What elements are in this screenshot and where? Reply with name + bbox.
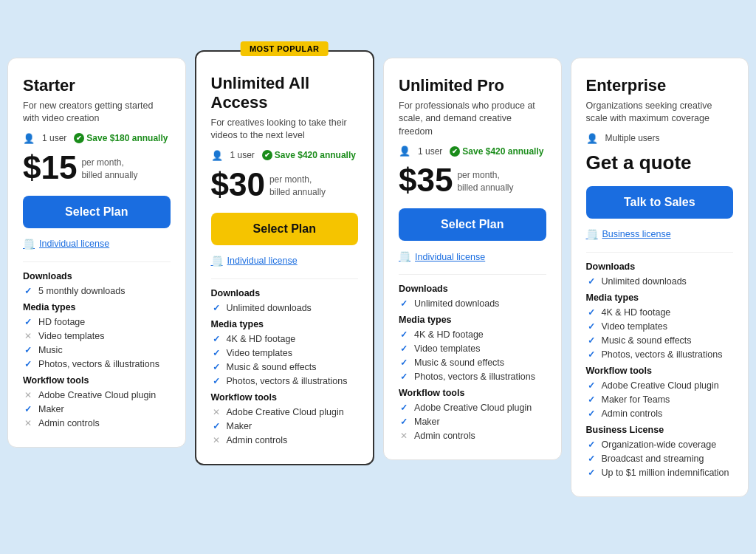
feature-item: ✓Unlimited downloads — [399, 298, 546, 309]
feature-label: Photos, vectors & illustrations — [227, 376, 348, 386]
feature-item: ✓Broadcast and streaming — [586, 454, 734, 464]
check-icon: ✓ — [211, 376, 221, 386]
feature-section-title: Media types — [586, 293, 734, 303]
license-icon: 🗒️ — [399, 251, 410, 262]
check-icon: ✓ — [211, 362, 221, 372]
feature-label: Unlimited downloads — [227, 303, 312, 313]
check-icon: ✓ — [586, 394, 597, 405]
select-plan-button[interactable]: Select Plan — [211, 213, 359, 245]
feature-section-title: Downloads — [399, 284, 546, 294]
check-icon: ✓ — [211, 334, 221, 344]
price-row: $30per month,billed annually — [211, 168, 359, 201]
license-icon: 🗒️ — [211, 256, 223, 267]
check-icon: ✓ — [586, 307, 597, 318]
plan-name: Unlimited Pro — [399, 76, 546, 95]
feature-label: 4K & HD footage — [414, 329, 484, 340]
user-icon: 👤 — [399, 146, 410, 157]
feature-section-title: Workflow tools — [23, 375, 171, 386]
feature-item: ✓4K & HD footage — [586, 307, 734, 318]
check-icon: ✓ — [23, 286, 33, 296]
license-link[interactable]: 🗒️Business license — [586, 229, 734, 240]
check-icon: ✓ — [399, 358, 409, 368]
user-count: Multiple users — [605, 133, 660, 143]
price-row: $15per month,billed annually — [23, 151, 171, 184]
divider — [23, 261, 171, 262]
feature-label: Broadcast and streaming — [602, 454, 704, 464]
feature-label: Unlimited downloads — [602, 276, 687, 287]
feature-label: Maker for Teams — [602, 394, 670, 405]
feature-label: Admin controls — [414, 431, 475, 441]
most-popular-badge: MOST POPULAR — [241, 41, 329, 56]
check-icon: ✓ — [399, 417, 409, 427]
plan-meta: 👤1 userSave $180 annually — [23, 133, 171, 144]
check-icon: ✓ — [23, 345, 33, 355]
plan-name: Starter — [23, 76, 171, 95]
plan-card-starter: StarterFor new creators getting started … — [7, 58, 186, 448]
feature-label: Video templates — [227, 348, 292, 358]
feature-label: 5 monthly downloads — [38, 286, 125, 296]
check-icon: ✓ — [586, 380, 597, 391]
feature-section-title: Downloads — [586, 261, 734, 272]
select-plan-button[interactable]: Select Plan — [23, 196, 171, 228]
feature-label: Maker — [38, 404, 64, 414]
license-link[interactable]: 🗒️Individual license — [211, 256, 359, 267]
feature-section-title: Media types — [399, 315, 546, 325]
feature-item: ✓Photos, vectors & illustrations — [211, 376, 359, 386]
feature-item: ✓Video templates — [211, 348, 359, 358]
plan-meta: 👤1 userSave $420 annually — [211, 150, 359, 161]
feature-label: Video templates — [38, 331, 104, 341]
feature-item: ✓Up to $1 million indemnification — [586, 468, 734, 478]
user-count: 1 user — [418, 146, 442, 157]
license-text: Business license — [602, 229, 671, 239]
plan-card-enterprise: EnterpriseOrganizations seeking creative… — [571, 58, 749, 497]
feature-item: ✓4K & HD footage — [399, 329, 546, 340]
check-icon: ✓ — [399, 403, 409, 413]
quote-text: Get a quote — [586, 151, 734, 174]
check-icon: ✓ — [586, 276, 597, 287]
user-icon: 👤 — [211, 150, 223, 161]
feature-label: Unlimited downloads — [414, 298, 499, 309]
feature-label: Adobe Creative Cloud plugin — [38, 390, 156, 400]
check-icon: ✓ — [211, 348, 221, 358]
feature-label: Admin controls — [227, 435, 288, 445]
feature-item: ✕Admin controls — [23, 418, 171, 428]
select-plan-button[interactable]: Select Plan — [399, 208, 546, 241]
feature-item: ✓Photos, vectors & illustrations — [586, 349, 734, 360]
feature-label: Music & sound effects — [227, 362, 317, 372]
user-icon: 👤 — [23, 133, 35, 144]
user-icon: 👤 — [586, 133, 598, 144]
feature-section-title: Workflow tools — [586, 366, 734, 376]
feature-section-title: Downloads — [23, 271, 171, 281]
feature-label: Photos, vectors & illustrations — [602, 349, 723, 360]
feature-item: ✓Adobe Creative Cloud plugin — [399, 403, 546, 413]
feature-item: ✓Unlimited downloads — [211, 303, 359, 313]
price-row: $35per month,billed annually — [399, 164, 546, 196]
feature-label: Admin controls — [602, 408, 663, 419]
license-link[interactable]: 🗒️Individual license — [399, 251, 546, 262]
feature-label: Music & sound effects — [414, 358, 504, 368]
license-icon: 🗒️ — [586, 229, 598, 240]
save-badge: Save $420 annually — [450, 146, 543, 157]
check-icon: ✓ — [23, 359, 33, 369]
price-detail: per month,billed annually — [269, 174, 326, 201]
divider — [211, 278, 359, 279]
license-link[interactable]: 🗒️Individual license — [23, 239, 171, 250]
feature-item: ✓Music & sound effects — [586, 335, 734, 346]
plan-desc: For creatives looking to take their vide… — [211, 117, 359, 143]
check-icon: ✓ — [399, 372, 409, 382]
feature-label: Music — [38, 345, 63, 355]
feature-item: ✓Music & sound effects — [211, 362, 359, 372]
feature-section-title: Business License — [586, 425, 734, 435]
feature-label: Maker — [414, 417, 440, 427]
check-icon: ✓ — [211, 421, 221, 431]
price-amount: $15 — [23, 151, 77, 184]
plans-container: StarterFor new creators getting started … — [7, 58, 749, 497]
user-count: 1 user — [230, 150, 255, 160]
feature-item: ✓Video templates — [586, 321, 734, 332]
select-plan-button[interactable]: Talk to Sales — [586, 186, 734, 219]
feature-item: ✓Maker — [23, 404, 171, 414]
plan-card-unlimited-pro: Unlimited ProFor professionals who produ… — [383, 58, 562, 461]
feature-section-title: Media types — [23, 302, 171, 312]
feature-item: ✓Maker — [399, 417, 546, 427]
license-text: Individual license — [227, 256, 298, 266]
